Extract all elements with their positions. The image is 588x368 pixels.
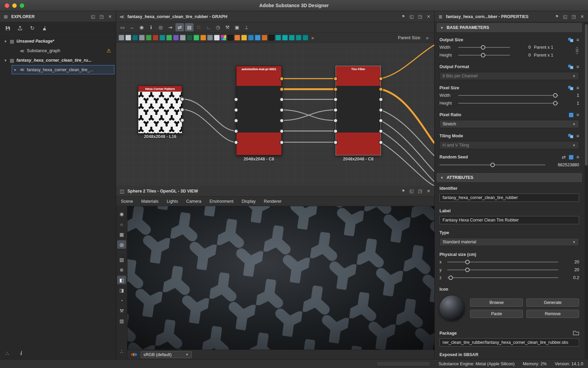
browse-button[interactable]: Browse xyxy=(470,298,523,307)
close-icon[interactable]: × xyxy=(425,14,432,20)
menu-lights[interactable]: Lights xyxy=(167,199,178,204)
node-palette-swatch[interactable] xyxy=(248,35,254,41)
menu-scene[interactable]: Scene xyxy=(121,199,133,204)
menu-renderer[interactable]: Renderer xyxy=(264,199,281,204)
tiling-mode-dropdown[interactable]: H and V Tiling ▾ xyxy=(439,141,579,149)
node-palette-swatch[interactable] xyxy=(159,35,165,41)
slider-knob[interactable] xyxy=(481,53,485,57)
info-icon[interactable]: i xyxy=(20,350,22,356)
parameter-menu-icon[interactable]: ≡ xyxy=(576,86,579,90)
properties-scrollbar[interactable] xyxy=(585,22,588,359)
geometry-cube-icon[interactable]: ◧ xyxy=(117,276,126,284)
node-palette-swatch[interactable] xyxy=(275,35,281,41)
compute-time-icon[interactable]: ◷ xyxy=(214,23,222,31)
minimize-window-button[interactable] xyxy=(12,3,17,8)
slider-knob[interactable] xyxy=(553,101,558,105)
random-seed-slider[interactable] xyxy=(439,165,545,165)
node-palette-swatch[interactable] xyxy=(255,35,261,41)
tree-item-fantasy-package[interactable]: ▾ ▤ fantasy_hexa_corner_clean_tire_ru... xyxy=(0,56,116,65)
output-connector[interactable] xyxy=(379,108,383,112)
output-format-dropdown[interactable]: 8 Bits per Channel ▾ xyxy=(439,72,579,80)
render-stats-icon[interactable]: ▥ xyxy=(117,317,126,325)
screenshot-icon[interactable]: ◉ xyxy=(137,23,146,31)
input-connector[interactable] xyxy=(234,140,238,145)
output-connector[interactable] xyxy=(379,97,383,102)
output-connector[interactable] xyxy=(180,108,185,112)
input-connector[interactable] xyxy=(234,97,238,102)
node-palette-swatch[interactable] xyxy=(296,35,301,41)
scrollbar-thumb[interactable] xyxy=(585,24,588,166)
close-icon[interactable]: × xyxy=(107,14,113,20)
scene-lighting-icon[interactable]: ☼ xyxy=(117,220,126,228)
output-connector-active[interactable] xyxy=(280,87,284,92)
node-palette-swatch[interactable] xyxy=(268,35,274,41)
maximize-icon[interactable]: ◳ xyxy=(571,14,577,20)
environment-map-icon[interactable]: ▦ xyxy=(117,230,126,239)
parameter-menu-icon[interactable]: ≡ xyxy=(576,37,579,42)
output-connector[interactable] xyxy=(280,129,284,134)
scene-tools-icon[interactable]: ⚒ xyxy=(117,306,126,315)
output-connector[interactable] xyxy=(280,140,284,145)
input-connector[interactable] xyxy=(234,108,238,112)
pin-icon[interactable] xyxy=(554,14,560,20)
output-connector[interactable] xyxy=(280,97,284,102)
relative-to-parent-icon[interactable] xyxy=(568,134,573,138)
tools-icon[interactable]: ⚒ xyxy=(223,23,232,31)
save-icon[interactable] xyxy=(4,25,12,32)
node-tire-filter[interactable]: Tire Filter xyxy=(336,66,381,155)
menu-display[interactable]: Display xyxy=(242,199,256,204)
palette-overflow-icon[interactable]: » xyxy=(309,35,316,41)
relative-to-parent-icon[interactable] xyxy=(568,86,573,90)
section-attributes[interactable]: ▾ ATTRIBUTES xyxy=(437,173,582,182)
section-base-parameters[interactable]: ▾ BASE PARAMETERS xyxy=(437,23,582,32)
float-window-icon[interactable]: ◱ xyxy=(408,14,415,20)
paste-button[interactable]: Paste xyxy=(470,310,523,318)
camera-display-icon[interactable]: ◉ xyxy=(117,210,126,218)
float-window-icon[interactable]: ◱ xyxy=(562,14,568,20)
physical-y-slider[interactable] xyxy=(447,270,558,270)
thumbnail-display-icon[interactable]: ▣ xyxy=(233,23,241,31)
parameter-menu-icon[interactable]: ≡ xyxy=(576,112,579,117)
input-connector-active[interactable] xyxy=(334,87,338,92)
pin-icon[interactable] xyxy=(400,14,406,20)
viewport-render[interactable] xyxy=(127,206,434,350)
zoom-window-button[interactable] xyxy=(20,3,24,8)
node-info-icon[interactable]: ℹ xyxy=(147,23,155,31)
node-palette-swatch[interactable] xyxy=(194,35,199,41)
folder-icon[interactable] xyxy=(573,331,579,336)
input-connector[interactable] xyxy=(334,108,338,112)
package-field[interactable] xyxy=(439,338,579,347)
search-icon[interactable]: ◎ xyxy=(156,23,165,31)
slider-knob[interactable] xyxy=(465,260,469,264)
output-connector[interactable] xyxy=(379,119,383,123)
input-connector[interactable] xyxy=(334,97,338,102)
node-palette-swatch[interactable] xyxy=(187,35,192,41)
relative-to-parent-icon[interactable] xyxy=(568,38,573,42)
link-create-icon[interactable]: ⇥ xyxy=(166,23,174,31)
parent-size-control[interactable]: Parent Size: » xyxy=(398,35,432,41)
menu-environment[interactable]: Environment xyxy=(210,199,233,204)
output-connector-active[interactable] xyxy=(280,77,284,81)
parent-multiplier[interactable]: Parent x 1 xyxy=(534,53,559,58)
output-connector[interactable] xyxy=(280,108,284,112)
node-palette-swatch[interactable] xyxy=(200,35,206,41)
slider-knob[interactable] xyxy=(553,93,558,97)
node-palette-swatch[interactable] xyxy=(125,35,131,41)
slider-knob[interactable] xyxy=(465,267,469,272)
input-connector[interactable] xyxy=(334,140,338,145)
node-palette-swatch[interactable] xyxy=(173,35,179,41)
maximize-icon[interactable]: ◳ xyxy=(98,14,105,20)
parameter-menu-icon[interactable]: ≡ xyxy=(576,64,579,69)
node-palette-swatch[interactable] xyxy=(214,35,220,41)
close-icon[interactable]: × xyxy=(579,14,585,20)
tree-item-unsaved-package[interactable]: ▾ ▤ Unsaved Package* xyxy=(0,36,116,46)
identifier-field[interactable] xyxy=(439,194,579,202)
slider-knob[interactable] xyxy=(490,163,495,167)
node-hexa-corner-pattern[interactable]: Hexa Corner Pattern xyxy=(138,86,182,134)
marquee-select-icon[interactable]: ▭ xyxy=(118,23,127,31)
physical-z-slider[interactable] xyxy=(447,277,558,278)
input-connector[interactable] xyxy=(334,129,338,134)
hierarchy-view-icon[interactable]: ∴ xyxy=(3,350,11,357)
node-palette-swatch[interactable] xyxy=(166,35,172,41)
node-palette-swatch[interactable] xyxy=(228,35,233,41)
